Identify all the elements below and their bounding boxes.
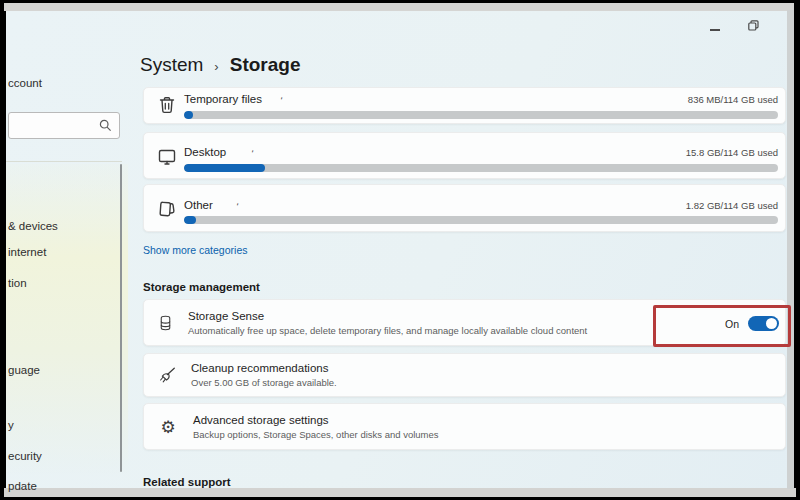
- tick-mark: ': [235, 201, 240, 212]
- usage-bar: [184, 111, 778, 119]
- storage-sense-subtitle: Automatically free up space, delete temp…: [188, 325, 587, 336]
- storage-sense-row[interactable]: Storage Sense Automatically free up spac…: [143, 299, 786, 346]
- sidebar-item-privacy-security[interactable]: ecurity: [8, 450, 42, 462]
- search-icon: [99, 119, 112, 132]
- usage-bar: [184, 216, 778, 224]
- minimize-button[interactable]: [710, 17, 720, 35]
- storage-sense-toggle[interactable]: [748, 316, 779, 331]
- storage-sense-title: Storage Sense: [188, 310, 587, 322]
- category-row-temporary-files[interactable]: Temporary files ' 836 MB/114 GB used: [143, 87, 786, 124]
- tick-mark: ': [250, 148, 255, 159]
- cleanup-subtitle: Over 5.00 GB of storage available.: [191, 377, 337, 388]
- advanced-storage-row[interactable]: ⚙ Advanced storage settings Backup optio…: [143, 403, 786, 450]
- category-label: Other: [184, 199, 213, 211]
- category-label: Temporary files: [184, 93, 262, 105]
- chevron-right-icon: ›: [214, 59, 218, 74]
- usage-bar-fill: [184, 216, 196, 224]
- gear-icon: ⚙: [157, 416, 179, 438]
- usage-bar: [184, 164, 778, 172]
- usage-text: 15.8 GB/114 GB used: [686, 147, 778, 158]
- sidebar-item-windows-update[interactable]: pdate: [8, 480, 37, 492]
- restore-icon: [748, 20, 759, 31]
- toggle-knob: [766, 318, 777, 329]
- monitor-icon: [157, 147, 177, 167]
- advanced-subtitle: Backup options, Storage Spaces, other di…: [193, 429, 439, 440]
- toggle-state-label: On: [725, 318, 739, 330]
- screen-right-edge: [787, 10, 794, 489]
- cleanup-title: Cleanup recommendations: [191, 362, 337, 374]
- tick-mark: ': [279, 95, 284, 106]
- section-heading-storage-management: Storage management: [143, 281, 260, 293]
- sidebar-item-accessibility[interactable]: y: [8, 419, 14, 431]
- restore-button[interactable]: [748, 17, 759, 35]
- category-label: Desktop: [184, 146, 226, 158]
- sidebar-divider: [6, 161, 122, 162]
- sidebar-item-network-internet[interactable]: internet: [8, 246, 46, 258]
- window-controls: [710, 17, 759, 35]
- settings-window: ccount & devices internet tion guage y e…: [6, 11, 787, 488]
- usage-text: 836 MB/114 GB used: [688, 94, 778, 105]
- breadcrumb-system[interactable]: System: [140, 54, 203, 76]
- usage-bar-fill: [184, 164, 265, 172]
- account-name: ccount: [8, 77, 42, 89]
- trash-icon: [157, 95, 177, 115]
- sidebar-item-bluetooth-devices[interactable]: & devices: [8, 220, 58, 232]
- storage-sense-icon: [157, 313, 174, 333]
- category-row-other[interactable]: Other ' 1.82 GB/114 GB used: [143, 184, 786, 232]
- screen-bottom-edge: [4, 488, 796, 497]
- usage-bar-fill: [184, 111, 193, 119]
- minimize-icon: [710, 29, 720, 31]
- search-input[interactable]: [8, 112, 120, 139]
- broom-icon: [157, 365, 177, 385]
- storage-sense-toggle-area: On: [658, 307, 788, 340]
- section-heading-related-support: Related support: [143, 476, 231, 488]
- advanced-title: Advanced storage settings: [193, 414, 439, 426]
- breadcrumb: System › Storage: [140, 54, 300, 76]
- show-more-categories-link[interactable]: Show more categories: [143, 244, 247, 256]
- cleanup-recommendations-row[interactable]: Cleanup recommendations Over 5.00 GB of …: [143, 353, 786, 397]
- page-title: Storage: [230, 54, 301, 76]
- sidebar-background: [6, 164, 128, 474]
- document-icon: [157, 199, 177, 219]
- category-row-desktop[interactable]: Desktop ' 15.8 GB/114 GB used: [143, 132, 786, 179]
- screen-top-edge: [4, 3, 794, 11]
- usage-text: 1.82 GB/114 GB used: [686, 200, 778, 211]
- sidebar-item-personalization[interactable]: tion: [8, 277, 27, 289]
- sidebar-scrollbar[interactable]: [120, 164, 122, 472]
- sidebar-item-time-language[interactable]: guage: [8, 364, 40, 376]
